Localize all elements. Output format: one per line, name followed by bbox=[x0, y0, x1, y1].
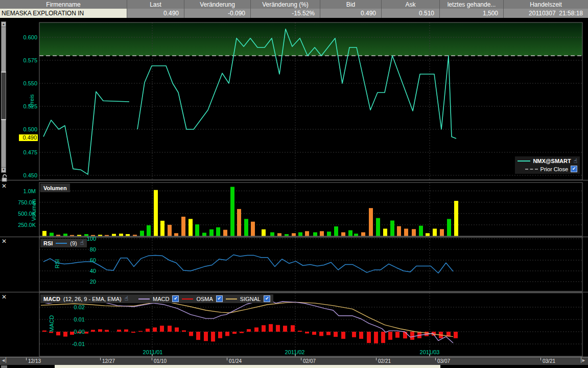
close-rsi-panel-icon[interactable]: ✕ bbox=[2, 238, 7, 245]
quote-value-row: NEMASKA EXPLORATION IN 0.490 -0.090 -15.… bbox=[0, 9, 588, 18]
chart-canvas[interactable] bbox=[0, 0, 588, 368]
volume-bar bbox=[230, 187, 234, 236]
osma-bar bbox=[124, 329, 128, 332]
volume-bar bbox=[298, 232, 302, 236]
macd-checkbox[interactable]: ✔ bbox=[172, 295, 179, 302]
volume-bar bbox=[270, 232, 274, 236]
col-header-last[interactable]: Last bbox=[127, 0, 184, 9]
price-axis-label: Preis bbox=[29, 94, 35, 107]
osma-bar bbox=[211, 332, 215, 341]
osma-bar bbox=[42, 331, 46, 332]
volume-bar bbox=[216, 227, 220, 236]
col-header-ask[interactable]: Ask bbox=[381, 0, 439, 9]
time-axis-label: 12/27 bbox=[102, 358, 115, 364]
pointing-hand-icon[interactable]: ☝ bbox=[574, 158, 577, 164]
volume-bar bbox=[383, 228, 387, 236]
bottom-edge-strip bbox=[55, 365, 440, 368]
legend-prior-close-row: Prior Close ✔ bbox=[518, 166, 577, 172]
signal-checkbox[interactable]: ✔ bbox=[264, 295, 270, 302]
volume-bar bbox=[404, 228, 408, 236]
quote-header-row: Firmenname Last Veränderung Veränderung … bbox=[0, 0, 588, 9]
volume-bar bbox=[277, 233, 281, 236]
volume-bar bbox=[426, 233, 430, 236]
volume-bar bbox=[174, 233, 178, 236]
osma-bar bbox=[374, 332, 378, 343]
trading-chart-window: Firmenname Last Veränderung Veränderung … bbox=[0, 0, 588, 368]
col-header-veraenderung-pct[interactable]: Veränderung (%) bbox=[250, 0, 320, 9]
osma-bar bbox=[153, 328, 157, 332]
osma-bar bbox=[326, 332, 331, 335]
time-axis-tick bbox=[152, 358, 152, 360]
bid-value-cell: 0.490 bbox=[320, 9, 381, 18]
unlock-icon[interactable] bbox=[1, 174, 8, 182]
osma-checkbox[interactable]: ✔ bbox=[216, 295, 223, 302]
osma-bar bbox=[63, 332, 67, 337]
prior-close-label: Prior Close bbox=[540, 166, 568, 172]
osma-bar bbox=[367, 332, 371, 343]
volume-bar bbox=[262, 229, 266, 236]
osma-bar bbox=[182, 330, 186, 332]
pan-left-icon[interactable]: ◄▏ bbox=[1, 358, 9, 363]
pointing-hand-icon[interactable]: ☝ bbox=[125, 296, 128, 302]
rsi-line-swatch-icon bbox=[56, 243, 67, 244]
last-size-value-cell: 1,500 bbox=[439, 9, 503, 18]
volume-bar bbox=[147, 225, 151, 236]
osma-bar bbox=[359, 332, 363, 339]
volume-bar bbox=[154, 190, 158, 236]
osma-bar bbox=[298, 331, 302, 332]
col-header-firmenname[interactable]: Firmenname bbox=[0, 0, 127, 9]
volume-bar bbox=[433, 228, 437, 236]
signal-legend-label: SIGNAL bbox=[240, 296, 261, 302]
change-value-cell: -0.090 bbox=[184, 9, 250, 18]
price-line bbox=[43, 91, 129, 174]
volume-bar bbox=[112, 234, 116, 236]
volume-bar bbox=[305, 231, 309, 236]
osma-bar bbox=[218, 332, 222, 338]
rsi-axis-label: RSI bbox=[54, 259, 60, 268]
col-header-handelszeit[interactable]: Handelszeit bbox=[503, 0, 588, 9]
volume-bar bbox=[327, 232, 331, 236]
vertical-scrollbar-thumb[interactable] bbox=[1, 72, 6, 120]
prior-close-checkbox[interactable]: ✔ bbox=[571, 166, 577, 172]
volume-bar bbox=[369, 208, 373, 236]
ask-value-cell: 0.510 bbox=[381, 9, 439, 18]
osma-bar bbox=[49, 332, 53, 333]
time-axis[interactable]: 12/1312/2701/1001/2402/0702/2103/0703/21 bbox=[0, 357, 588, 365]
volume-bar bbox=[390, 220, 394, 236]
macd-legend-label: MACD bbox=[153, 296, 169, 302]
volume-bar bbox=[189, 219, 193, 236]
volume-bar bbox=[140, 231, 144, 236]
col-header-bid[interactable]: Bid bbox=[320, 0, 381, 9]
osma-bar bbox=[334, 332, 338, 337]
osma-line-swatch-icon bbox=[182, 298, 193, 300]
osma-bar bbox=[196, 332, 200, 340]
pan-right-icon[interactable]: ▕► bbox=[578, 358, 586, 363]
osma-bar bbox=[146, 329, 150, 332]
company-name-cell[interactable]: NEMASKA EXPLORATION IN bbox=[0, 9, 127, 18]
osma-bar bbox=[262, 325, 266, 332]
macd-panel-title: MACD (12, 26, 9 - EMA, EMA) ☝ MACD ✔ OSM… bbox=[40, 294, 273, 303]
scroll-up-button[interactable]: ▲ bbox=[1, 21, 6, 27]
scroll-down-button[interactable]: ▼ bbox=[1, 167, 6, 173]
osma-bar bbox=[276, 325, 280, 332]
series-name-label: NMX@SMART bbox=[533, 158, 571, 164]
volume-bar bbox=[50, 233, 54, 236]
osma-bar bbox=[70, 332, 74, 335]
col-header-veraenderung[interactable]: Veränderung bbox=[184, 0, 250, 9]
osma-bar bbox=[91, 330, 95, 332]
close-macd-panel-icon[interactable]: ✕ bbox=[2, 293, 7, 301]
osma-bar bbox=[291, 325, 295, 332]
time-axis-label: 02/07 bbox=[303, 358, 316, 364]
volume-bar bbox=[209, 229, 214, 236]
volume-bar bbox=[168, 225, 172, 236]
osma-bar bbox=[84, 332, 88, 334]
col-header-letztes-gehandelte[interactable]: letztes gehande... bbox=[439, 0, 503, 9]
price-legend: NMX@SMART ☝ Prior Close ✔ bbox=[515, 156, 580, 174]
osma-bar bbox=[168, 326, 172, 332]
close-volume-panel-icon[interactable]: ✕ bbox=[2, 182, 7, 190]
macd-line-swatch-icon bbox=[138, 298, 150, 300]
time-axis-tick bbox=[227, 358, 227, 360]
time-axis-label: 01/10 bbox=[154, 358, 167, 364]
volume-bar bbox=[285, 234, 289, 236]
pointing-hand-icon[interactable]: ☝ bbox=[80, 240, 84, 246]
